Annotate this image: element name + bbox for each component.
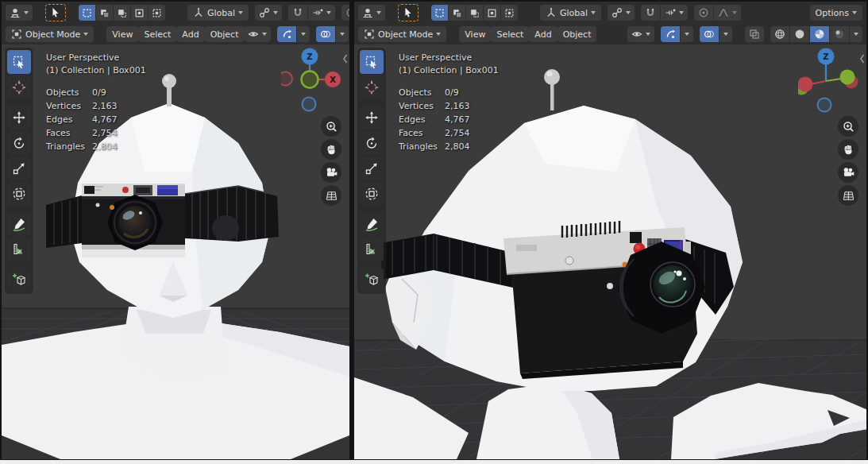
xray-icon [749, 29, 760, 40]
transform-orientation-dropdown[interactable]: Global [187, 5, 249, 21]
select-mode-invert[interactable] [131, 5, 148, 21]
menu-add-label: Add [182, 29, 199, 40]
gizmo-axis-minus-x[interactable] [281, 72, 292, 86]
shading-rendered[interactable] [830, 26, 849, 42]
tool-move[interactable] [360, 106, 384, 130]
snap-settings-dropdown[interactable] [661, 5, 688, 21]
tool-select-box[interactable] [7, 50, 31, 74]
select-mode-extend[interactable] [96, 5, 113, 21]
gizmo-axis-y[interactable] [840, 70, 855, 85]
tool-scale[interactable] [360, 157, 384, 180]
navigation-gizmo[interactable]: Z X [281, 48, 341, 118]
menu-add[interactable]: Add [176, 26, 204, 42]
select-mode-intersect[interactable] [149, 5, 165, 21]
sidebar-expand-toggle[interactable] [341, 52, 349, 68]
tool-transform[interactable] [360, 182, 384, 206]
select-mode-subtract[interactable] [114, 5, 130, 21]
mode-dropdown[interactable]: Object Mode [358, 26, 446, 42]
tool-transform[interactable] [7, 182, 31, 206]
ortho-toggle-button[interactable] [321, 185, 341, 206]
tool-scale[interactable] [7, 157, 31, 180]
tool-cursor[interactable] [7, 75, 31, 99]
proportional-editing-toggle[interactable] [694, 5, 713, 21]
show-overlays-toggle[interactable] [700, 26, 719, 42]
pan-button[interactable] [321, 139, 341, 160]
editor-type-selector[interactable] [6, 5, 33, 21]
tool-cursor[interactable] [360, 75, 384, 99]
overlays-dropdown[interactable] [719, 26, 732, 42]
select-mode-set[interactable] [431, 5, 448, 21]
pivot-point-dropdown[interactable] [608, 5, 635, 21]
select-mode-subtract[interactable] [466, 5, 483, 21]
menu-add-label: Add [534, 29, 551, 40]
magnifier-plus-icon [325, 120, 338, 133]
select-mode-invert[interactable] [484, 5, 500, 21]
pan-button[interactable] [838, 139, 858, 160]
zoom-button[interactable] [321, 116, 341, 137]
transform-orientation-dropdown[interactable]: Global [540, 5, 601, 21]
menu-object[interactable]: Object [205, 26, 245, 42]
snap-settings-dropdown[interactable] [308, 5, 335, 21]
menu-object[interactable]: Object [557, 26, 597, 42]
shading-dropdown[interactable] [850, 26, 862, 42]
editor-type-selector[interactable] [358, 5, 385, 21]
gizmo-dropdown[interactable] [297, 26, 310, 42]
active-tool-select-box[interactable] [398, 4, 419, 21]
overlays-dropdown[interactable] [336, 26, 349, 42]
tool-add-cube[interactable] [7, 268, 31, 292]
show-gizmo-toggle[interactable] [661, 26, 680, 42]
snap-toggle[interactable] [288, 5, 307, 21]
tool-add-cube[interactable] [360, 268, 384, 292]
pivot-point-dropdown[interactable] [255, 5, 282, 21]
active-tool-select-box[interactable] [45, 4, 66, 21]
zoom-button[interactable] [838, 116, 858, 137]
shading-wireframe[interactable] [770, 26, 789, 42]
menu-view[interactable]: View [459, 26, 491, 42]
ortho-toggle-button[interactable] [838, 185, 858, 206]
camera-view-button[interactable] [838, 162, 858, 183]
menu-view[interactable]: View [106, 26, 138, 42]
stat-triangles: Triangles2,804 [46, 140, 146, 153]
xray-toggle[interactable] [745, 26, 764, 42]
dropdown-chevron-icon [273, 11, 278, 14]
sidebar-expand-toggle[interactable] [858, 52, 866, 68]
proportional-edit-group [694, 5, 741, 21]
shading-material-preview[interactable] [810, 26, 829, 42]
show-overlays-toggle[interactable] [316, 26, 335, 42]
scene-statistics: Objects0/9 Vertices2,163 Edges4,767 Face… [46, 86, 146, 153]
tool-annotate[interactable] [360, 212, 384, 236]
tool-measure[interactable] [7, 238, 31, 261]
gizmo-axis-y[interactable] [302, 72, 318, 88]
menu-select-label: Select [144, 29, 171, 40]
tool-measure[interactable] [360, 238, 384, 261]
select-mode-intersect[interactable] [501, 5, 518, 21]
camera-view-button[interactable] [321, 162, 341, 183]
gizmo-dropdown[interactable] [681, 26, 693, 42]
gizmo-axis-x[interactable] [798, 77, 813, 92]
snap-toggle[interactable] [641, 5, 660, 21]
mode-dropdown[interactable]: Object Mode [6, 26, 94, 42]
annotate-pencil-icon [12, 217, 26, 231]
select-subtract-icon [469, 8, 480, 18]
shading-solid[interactable] [790, 26, 809, 42]
select-mode-set[interactable] [79, 5, 95, 21]
menu-select[interactable]: Select [491, 26, 529, 42]
proportional-editing-toggle[interactable] [341, 5, 349, 21]
tool-select-box[interactable] [360, 50, 384, 74]
falloff-dropdown[interactable] [714, 5, 741, 21]
tool-annotate[interactable] [7, 212, 31, 236]
tool-move[interactable] [7, 106, 31, 130]
show-gizmo-toggle[interactable] [277, 26, 296, 42]
gizmo-axis-minus-z[interactable] [303, 98, 316, 111]
options-menu[interactable]: Options [810, 5, 862, 21]
menu-select[interactable]: Select [138, 26, 176, 42]
select-mode-extend[interactable] [449, 5, 465, 21]
view-nav-buttons [838, 116, 858, 206]
menu-add[interactable]: Add [529, 26, 557, 42]
tool-rotate[interactable] [360, 131, 384, 155]
gizmo-axis-minus-z[interactable] [818, 99, 831, 112]
object-types-visibility-dropdown[interactable] [244, 26, 271, 42]
object-types-visibility-dropdown[interactable] [627, 26, 654, 42]
tool-rotate[interactable] [7, 131, 31, 155]
navigation-gizmo[interactable]: Z [798, 48, 858, 118]
